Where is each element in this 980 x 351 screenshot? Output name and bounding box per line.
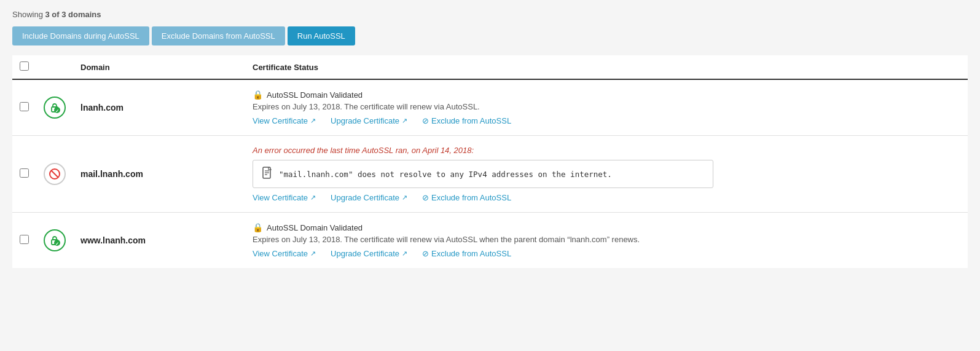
row2-exclude-label: Exclude from AutoSSL: [431, 193, 511, 202]
row3-checkbox-cell: [12, 213, 36, 269]
row2-domain-name: mail.lnanh.com: [80, 169, 143, 179]
row1-checkbox[interactable]: [20, 102, 29, 111]
row3-status-cell: 🔒 AutoSSL Domain Validated Expires on Ju…: [245, 213, 968, 269]
row2-status-cell: An error occurred the last time AutoSSL …: [245, 136, 968, 213]
include-domains-button[interactable]: Include Domains during AutoSSL: [12, 26, 149, 45]
row2-exclude-icon: ⊘: [422, 193, 429, 202]
svg-text:✓: ✓: [55, 109, 59, 113]
row2-upgrade-cert-link[interactable]: Upgrade Certificate ↗: [331, 193, 407, 202]
row1-view-cert-ext-icon: ↗: [310, 117, 316, 125]
row2-view-cert-link[interactable]: View Certificate ↗: [253, 193, 316, 202]
status-header: Certificate Status: [245, 55, 968, 79]
row2-error-message: "mail.lnanh.com" does not resolve to any…: [279, 170, 612, 179]
row2-checkbox[interactable]: [20, 168, 29, 178]
select-all-header: [12, 55, 36, 79]
row2-error-text: An error occurred the last time AutoSSL …: [253, 146, 960, 155]
row2-domain-cell: mail.lnanh.com: [73, 136, 245, 213]
svg-line-4: [52, 171, 58, 178]
row2-checkbox-cell: [12, 136, 36, 213]
row1-view-cert-label: View Certificate: [253, 116, 308, 125]
row3-upgrade-cert-ext-icon: ↗: [402, 250, 407, 258]
row1-view-cert-link[interactable]: View Certificate ↗: [253, 116, 316, 125]
row2-actions: View Certificate ↗ Upgrade Certificate ↗…: [253, 193, 960, 202]
svg-text:✓: ✓: [55, 242, 59, 246]
row3-icon-cell: ✓: [36, 213, 73, 269]
row2-domain-icon: [44, 163, 66, 185]
row3-upgrade-cert-label: Upgrade Certificate: [331, 249, 399, 258]
row1-domain-cell: lnanh.com: [73, 79, 245, 136]
row3-view-cert-link[interactable]: View Certificate ↗: [253, 249, 316, 258]
row1-exclude-label: Exclude from AutoSSL: [431, 116, 511, 125]
row1-checkbox-cell: [12, 79, 36, 136]
run-autossl-button[interactable]: Run AutoSSL: [288, 26, 355, 45]
row3-exclude-link[interactable]: ⊘ Exclude from AutoSSL: [422, 249, 511, 258]
table-row: mail.lnanh.com An error occurred the las…: [12, 136, 968, 213]
row2-error-box: "mail.lnanh.com" does not resolve to any…: [253, 160, 713, 188]
domains-table: Domain Certificate Status ✓ ln: [12, 55, 968, 268]
row3-status-validated: 🔒 AutoSSL Domain Validated: [253, 223, 960, 232]
toolbar: Include Domains during AutoSSL Exclude D…: [12, 26, 968, 45]
row1-upgrade-cert-label: Upgrade Certificate: [331, 116, 399, 125]
row2-icon-cell: [36, 136, 73, 213]
row1-status-cell: 🔒 AutoSSL Domain Validated Expires on Ju…: [245, 79, 968, 136]
row1-icon-cell: ✓: [36, 79, 73, 136]
row1-domain-name: lnanh.com: [80, 103, 123, 112]
row2-doc-icon: [262, 167, 273, 181]
row1-actions: View Certificate ↗ Upgrade Certificate ↗…: [253, 116, 960, 125]
row1-domain-icon: ✓: [44, 97, 66, 119]
row2-upgrade-cert-label: Upgrade Certificate: [331, 193, 399, 202]
row1-upgrade-cert-ext-icon: ↗: [402, 117, 407, 125]
exclude-domains-button[interactable]: Exclude Domains from AutoSSL: [152, 26, 285, 45]
row3-view-cert-label: View Certificate: [253, 249, 308, 258]
row1-status-validated: 🔒 AutoSSL Domain Validated: [253, 90, 960, 100]
icon-header: [36, 55, 73, 79]
table-row: ✓ lnanh.com 🔒 AutoSSL Domain Validated E…: [12, 79, 968, 136]
ban-icon: [49, 168, 61, 180]
row3-upgrade-cert-link[interactable]: Upgrade Certificate ↗: [331, 249, 407, 258]
select-all-checkbox[interactable]: [20, 61, 29, 71]
row1-lock-icon: 🔒: [253, 90, 263, 100]
table-header: Domain Certificate Status: [12, 55, 968, 79]
row3-status-label: AutoSSL Domain Validated: [267, 223, 363, 232]
lock-shield-icon: ✓: [49, 101, 61, 114]
document-icon: [262, 167, 273, 179]
row2-upgrade-cert-ext-icon: ↗: [402, 194, 407, 202]
row1-exclude-icon: ⊘: [422, 116, 429, 125]
row3-checkbox[interactable]: [20, 235, 29, 244]
row3-domain-icon: ✓: [44, 229, 66, 251]
row3-exclude-label: Exclude from AutoSSL: [431, 249, 511, 258]
row2-view-cert-ext-icon: ↗: [310, 194, 316, 202]
row3-domain-name: www.lnanh.com: [80, 235, 146, 245]
row1-expires: Expires on July 13, 2018. The certificat…: [253, 102, 960, 111]
showing-text: Showing 3 of 3 domains: [12, 10, 968, 19]
row1-exclude-link[interactable]: ⊘ Exclude from AutoSSL: [422, 116, 511, 125]
row3-lock-icon: 🔒: [253, 223, 263, 232]
row2-view-cert-label: View Certificate: [253, 193, 308, 202]
domain-header: Domain: [73, 55, 245, 79]
row3-domain-cell: www.lnanh.com: [73, 213, 245, 269]
row3-actions: View Certificate ↗ Upgrade Certificate ↗…: [253, 249, 960, 258]
lock-shield-icon-2: ✓: [49, 234, 61, 246]
row1-status-label: AutoSSL Domain Validated: [267, 90, 363, 100]
row3-view-cert-ext-icon: ↗: [310, 250, 316, 258]
table-row: ✓ www.lnanh.com 🔒 AutoSSL Domain Validat…: [12, 213, 968, 269]
row2-exclude-link[interactable]: ⊘ Exclude from AutoSSL: [422, 193, 511, 202]
row1-upgrade-cert-link[interactable]: Upgrade Certificate ↗: [331, 116, 407, 125]
row3-exclude-icon: ⊘: [422, 249, 429, 258]
row3-expires: Expires on July 13, 2018. The certificat…: [253, 235, 960, 244]
